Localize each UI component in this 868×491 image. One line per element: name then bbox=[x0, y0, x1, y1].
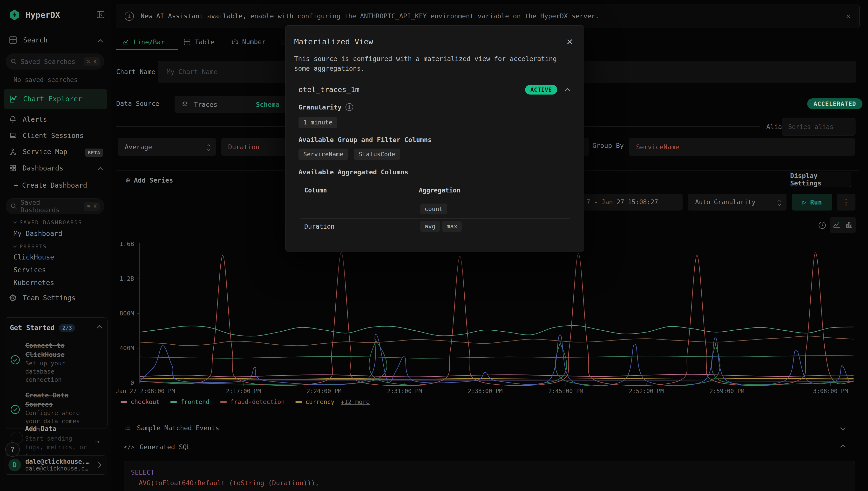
filter-column-chip: ServiceName bbox=[299, 149, 348, 160]
info-icon: i bbox=[346, 103, 353, 111]
arrow-right-icon: → bbox=[94, 436, 99, 446]
sidebar-item-dashboards[interactable]: Dashboards bbox=[9, 164, 63, 172]
chevron-right-icon bbox=[96, 462, 101, 468]
legend-swatch bbox=[121, 401, 127, 403]
get-started-collapse-chevron-icon[interactable] bbox=[97, 325, 102, 330]
legend-swatch bbox=[295, 401, 302, 403]
data-source-label: Data Source bbox=[116, 100, 159, 107]
tab-line-bar[interactable]: Line/Bar bbox=[122, 38, 165, 46]
schema-link[interactable]: Schema bbox=[256, 101, 280, 108]
modal-close-button[interactable]: × bbox=[565, 36, 574, 47]
code-icon: </> bbox=[124, 444, 134, 451]
number-icon: 123 bbox=[231, 38, 238, 45]
run-button[interactable]: ▷ Run bbox=[792, 194, 832, 210]
legend-more-link[interactable]: +12 more bbox=[341, 398, 370, 405]
x-axis-tick-label: Jan 27 2:08:00 PM bbox=[116, 388, 175, 395]
aggregated-label: Available Aggregated Columns bbox=[299, 168, 408, 176]
legend-item-checkout[interactable]: checkout bbox=[121, 398, 160, 405]
alias-input[interactable]: Series alias bbox=[782, 118, 856, 136]
chart-explorer-icon bbox=[9, 94, 18, 103]
legend-label: fraud-detection bbox=[230, 398, 285, 405]
legend-item-fraud-detection[interactable]: fraud-detection bbox=[220, 398, 285, 405]
saved-dashboards-placeholder: Saved Dashboards bbox=[21, 199, 81, 214]
no-saved-searches-text: No saved searches bbox=[13, 76, 78, 83]
time-range-value: 7 - Jan 27 15:08:27 bbox=[587, 199, 658, 206]
clock-icon[interactable] bbox=[818, 221, 827, 230]
get-started-item-add-data[interactable]: Add Data Start sending logs, metrics, or… bbox=[25, 425, 90, 460]
saved-dashboards-input[interactable]: Saved Dashboards ⌘ K bbox=[6, 198, 104, 214]
banner-close-button[interactable]: × bbox=[844, 12, 852, 21]
sidebar-collapse-icon[interactable] bbox=[96, 10, 105, 19]
sidebar-item-clickhouse[interactable]: ClickHouse bbox=[13, 253, 54, 261]
saved-searches-input[interactable]: Saved Searches ⌘ K bbox=[6, 54, 104, 69]
x-axis-tick-label: 2:17:00 PM bbox=[226, 388, 261, 395]
active-badge: ACTIVE bbox=[525, 85, 557, 94]
group-presets[interactable]: PRESETS bbox=[13, 243, 47, 250]
sidebar-item-services[interactable]: Services bbox=[13, 266, 46, 274]
get-started-item-connect[interactable]: Connect to ClickHouse Set up your databa… bbox=[10, 341, 101, 384]
aggregation-chip: avg bbox=[420, 221, 440, 232]
sidebar-item-service-map[interactable]: Service Map bbox=[9, 148, 67, 156]
x-axis-tick-label: 2:24:00 PM bbox=[307, 388, 342, 395]
generated-sql-panel-header[interactable]: </> Generated SQL bbox=[124, 443, 855, 451]
user-menu[interactable]: D dale@clickhouse.… dale@clickhouse.c… bbox=[4, 455, 107, 474]
kebab-menu-button[interactable]: ⋮ bbox=[837, 194, 856, 210]
granularity-label: Granularity bbox=[299, 104, 342, 111]
chevron-down-icon bbox=[778, 202, 781, 206]
chart-legend: checkoutfrontendfraud-detectioncurrency+… bbox=[121, 398, 370, 405]
chart-name-placeholder: My Chart Name bbox=[167, 68, 217, 76]
chevron-down-icon bbox=[207, 147, 211, 151]
search-section-icon bbox=[9, 36, 18, 45]
tab-table[interactable]: Table bbox=[183, 38, 214, 46]
sidebar-item-client-sessions[interactable]: Client Sessions bbox=[9, 132, 84, 140]
dashboards-collapse-chevron-icon[interactable] bbox=[98, 167, 103, 173]
saved-searches-placeholder: Saved Searches bbox=[21, 58, 81, 65]
add-data-title: Add Data bbox=[25, 425, 90, 432]
line-chart-toggle-icon[interactable] bbox=[833, 221, 841, 229]
y-axis-tick-label: 800M bbox=[113, 310, 134, 317]
sidebar-item-team-settings[interactable]: Team Settings bbox=[9, 294, 76, 302]
sidebar: HyperDX Search Saved Searches ⌘ K No sav… bbox=[0, 0, 111, 491]
display-settings-button[interactable]: Display Settings bbox=[790, 172, 851, 187]
chart-series-other-brown bbox=[140, 336, 854, 346]
timeseries-chart[interactable] bbox=[137, 241, 860, 386]
client-sessions-label: Client Sessions bbox=[23, 132, 84, 140]
sidebar-item-my-dashboard[interactable]: My Dashboard bbox=[13, 230, 62, 237]
play-icon: ▷ bbox=[802, 199, 806, 206]
table-cell-column: Duration bbox=[304, 223, 334, 230]
y-axis-tick-label: 0 bbox=[113, 379, 134, 386]
create-dashboard-button[interactable]: + Create Dashboard bbox=[14, 181, 87, 189]
field-input[interactable]: Duration bbox=[221, 138, 287, 156]
user-name: dale@clickhouse.… bbox=[25, 458, 92, 465]
legend-item-currency[interactable]: currency bbox=[295, 398, 334, 405]
granularity-select[interactable]: Auto Granularity bbox=[688, 194, 786, 210]
plus-circle-icon: ⊕ bbox=[125, 176, 130, 185]
sidebar-item-kubernetes[interactable]: Kubernetes bbox=[13, 279, 54, 287]
aggregation-select[interactable]: Average bbox=[118, 138, 216, 156]
bar-chart-toggle-icon[interactable] bbox=[845, 221, 853, 229]
group-saved-dashboards[interactable]: SAVED DASHBOARDS bbox=[13, 220, 82, 226]
aggregation-chip: count bbox=[420, 204, 447, 214]
time-range-input[interactable]: 7 - Jan 27 15:08:27 bbox=[573, 194, 683, 210]
add-series-button[interactable]: ⊕ Add Series bbox=[125, 176, 173, 185]
group-by-input[interactable]: ServiceName bbox=[629, 138, 855, 156]
x-axis-tick-label: 2:52:00 PM bbox=[629, 388, 664, 395]
sidebar-item-chart-explorer[interactable]: Chart Explorer bbox=[4, 89, 107, 109]
search-icon bbox=[10, 58, 17, 65]
help-button[interactable]: ? bbox=[5, 442, 20, 457]
laptop-icon bbox=[9, 132, 17, 140]
search-collapse-chevron-icon[interactable] bbox=[98, 39, 103, 45]
get-started-progress-badge: 2/3 bbox=[59, 324, 75, 332]
sidebar-section-search[interactable]: Search bbox=[9, 36, 48, 45]
table-divider bbox=[300, 200, 569, 200]
legend-item-frontend[interactable]: frontend bbox=[170, 398, 209, 405]
get-started-item-desc: Set up your database connection bbox=[25, 359, 88, 384]
sample-events-panel-header[interactable]: Sample Matched Events bbox=[124, 424, 855, 432]
line-chart-icon bbox=[122, 38, 129, 46]
get-started-title: Get Started bbox=[10, 324, 55, 332]
sql-code-block[interactable]: SELECT AVG(toFloat64OrDefault (toString … bbox=[124, 461, 855, 491]
alerts-label: Alerts bbox=[23, 116, 47, 123]
view-collapse-chevron-icon[interactable] bbox=[565, 88, 570, 93]
sidebar-item-alerts[interactable]: Alerts bbox=[9, 115, 47, 123]
tab-number[interactable]: 123 Number bbox=[231, 38, 266, 46]
